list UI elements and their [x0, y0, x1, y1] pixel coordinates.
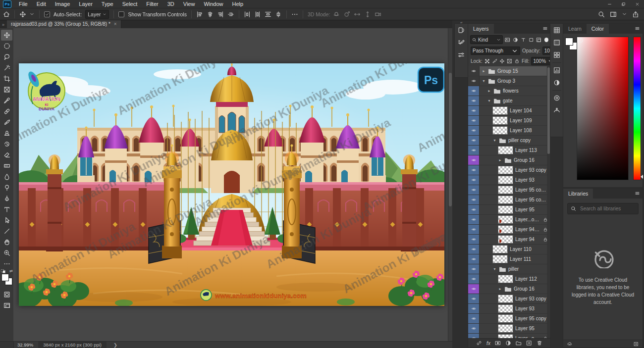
layer-name[interactable]: Layer 93 copy [515, 296, 548, 301]
edit-toolbar[interactable] [1, 258, 12, 269]
home-icon[interactable] [3, 11, 10, 18]
saturation-brightness-square[interactable] [577, 37, 629, 180]
visibility-toggle[interactable] [468, 175, 480, 185]
tab-libraries[interactable]: Libraries [563, 189, 593, 199]
visibility-toggle[interactable] [468, 66, 480, 76]
menu-file[interactable]: File [15, 0, 32, 7]
link-layers-icon[interactable] [476, 340, 482, 346]
layer-row[interactable]: Layer 94 copy [468, 225, 550, 235]
restore-button[interactable] [616, 0, 630, 8]
layer-name[interactable]: Layer...opy 4 [515, 217, 540, 222]
visibility-toggle[interactable] [468, 245, 480, 254]
distribute-bottom-icon[interactable] [265, 11, 271, 18]
color-swatches[interactable] [565, 38, 577, 52]
menu-type[interactable]: Type [98, 0, 117, 7]
layer-name[interactable]: Layer...opy 3 [515, 336, 540, 338]
layer-name[interactable]: Layer 93 [515, 177, 548, 183]
layer-row[interactable]: Layer...opy 4 [468, 215, 550, 225]
visibility-toggle[interactable] [468, 136, 480, 145]
layer-group-row[interactable]: ▾piller copy [468, 136, 550, 146]
menu-edit[interactable]: Edit [33, 0, 50, 7]
app-icon[interactable]: Ps [3, 0, 11, 8]
layer-row[interactable]: Layer 104 [468, 106, 550, 116]
document-tab[interactable]: rajprasad03.psd @ 33% (Group 15, RGB/8) … [7, 20, 121, 28]
menu-3d[interactable]: 3D [163, 0, 178, 7]
layer-thumbnail[interactable] [492, 255, 508, 263]
shape-tool[interactable] [1, 226, 12, 237]
layer-thumbnail[interactable] [498, 324, 513, 333]
screen-mode-button[interactable] [1, 300, 12, 311]
menu-view[interactable]: View [179, 0, 199, 7]
add-mask-icon[interactable] [495, 340, 501, 346]
scrollbar-thumb[interactable] [449, 73, 452, 206]
status-chevron-icon[interactable]: ❯ [107, 342, 124, 348]
zoom-level[interactable]: 32.99% [14, 342, 38, 348]
layer-row[interactable]: Layer 110 [468, 245, 550, 254]
layer-name[interactable]: Layer 94 [515, 237, 540, 242]
layer-thumbnail[interactable] [498, 334, 513, 338]
filter-type-icon[interactable] [520, 36, 527, 44]
lock-transparency-icon[interactable] [484, 58, 490, 64]
visibility-toggle[interactable] [468, 116, 480, 125]
layer-name[interactable]: Group 15 [497, 68, 548, 74]
filter-smart-object-icon[interactable] [536, 36, 542, 44]
panel-menu-icon[interactable] [635, 191, 640, 196]
clone-stamp-tool[interactable] [1, 128, 12, 139]
move-tool[interactable] [1, 30, 12, 41]
layer-row[interactable]: Layer 93 [468, 304, 550, 314]
frame-tool[interactable] [1, 84, 12, 95]
workspace-icon[interactable] [610, 11, 617, 18]
quick-selection-tool[interactable] [1, 62, 12, 73]
layer-thumbnail[interactable] [492, 116, 508, 125]
menu-window[interactable]: Window [200, 0, 227, 7]
lock-all-icon[interactable] [514, 58, 520, 64]
auto-select-control[interactable]: Auto-Select: Layer [44, 10, 109, 19]
hue-marker[interactable] [641, 175, 643, 179]
menu-image[interactable]: Image [51, 0, 74, 7]
layer-name[interactable]: Layer 95 copy [515, 316, 548, 321]
visibility-toggle[interactable] [468, 274, 480, 284]
layer-row[interactable]: Layer 95 [468, 324, 550, 334]
layer-thumbnail[interactable] [498, 275, 513, 283]
more-options-icon[interactable] [291, 11, 298, 18]
filter-toggle-icon[interactable] [544, 38, 548, 42]
layer-name[interactable]: Layer 95 [515, 207, 548, 212]
layer-name[interactable]: Layer 110 [510, 247, 548, 252]
pen-tool[interactable] [1, 193, 12, 204]
layer-group-row[interactable]: ▾Group 3 [468, 76, 550, 86]
blur-tool[interactable] [1, 171, 12, 182]
layer-thumbnail[interactable] [492, 106, 508, 115]
distribute-center-icon[interactable] [254, 11, 261, 18]
visibility-toggle[interactable] [468, 146, 480, 155]
zoom-tool[interactable] [1, 248, 12, 258]
visibility-toggle[interactable] [468, 185, 480, 195]
libraries-search-input[interactable] [579, 205, 635, 212]
lock-artboard-icon[interactable] [507, 58, 512, 64]
layer-row[interactable]: Layer 113 [468, 146, 550, 155]
group-caret-icon[interactable]: ▸ [487, 89, 491, 93]
gradient-tool[interactable] [1, 160, 12, 171]
filter-pixel-icon[interactable] [504, 36, 511, 44]
tab-layers[interactable]: Layers [468, 24, 494, 34]
fill-adjust-panel-icon[interactable] [553, 79, 560, 86]
group-caret-icon[interactable]: ▸ [498, 287, 502, 291]
chevron-down-icon[interactable] [622, 11, 627, 17]
minimize-button[interactable] [602, 0, 616, 8]
layer-group-row[interactable]: ▸Group 16 [468, 155, 550, 165]
visibility-toggle[interactable] [468, 165, 480, 175]
layer-thumbnail[interactable] [498, 225, 513, 234]
swatches-panel-icon[interactable] [553, 27, 560, 34]
lock-position-icon[interactable] [499, 58, 505, 64]
hand-tool[interactable] [1, 237, 12, 248]
layer-name[interactable]: Layer 93 copy [515, 167, 548, 173]
brush-tool[interactable] [1, 117, 12, 128]
menu-filter[interactable]: Filter [142, 0, 162, 7]
visibility-toggle[interactable] [468, 106, 480, 115]
history-panel-icon[interactable] [458, 27, 465, 34]
color-marker[interactable] [579, 38, 583, 43]
visibility-toggle[interactable] [468, 284, 480, 294]
layer-name[interactable]: Layer 109 [510, 118, 548, 123]
layer-name[interactable]: Layer 95 copy 2 [515, 197, 548, 202]
layer-thumbnail[interactable] [498, 205, 513, 214]
layer-thumbnail[interactable] [498, 215, 513, 224]
